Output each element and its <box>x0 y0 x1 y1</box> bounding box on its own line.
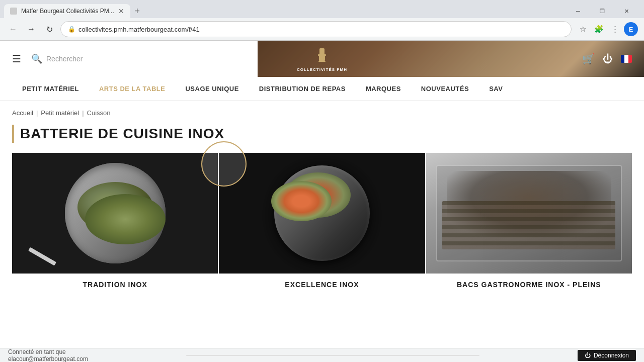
product-label-gastronorme: BACS GASTRONORME INOX - PLEINS <box>426 274 632 296</box>
close-button[interactable]: ✕ <box>615 4 638 19</box>
browser-actions: ☆ 🧩 ⋮ E <box>576 22 638 36</box>
lock-icon: 🔒 <box>68 26 75 33</box>
svg-rect-1 <box>318 54 326 56</box>
product-image-excellence <box>219 153 425 274</box>
main-content: Accueil | Petit matériel | Cuisson BATTE… <box>0 101 644 296</box>
site-header: ☰ 🔍 Rechercher COLLECTIVITÉS PMH 🛒 ⏻ <box>0 41 644 101</box>
page-title-area: BATTERIE DE CUISINE INOX <box>0 121 644 153</box>
site-content: ☰ 🔍 Rechercher COLLECTIVITÉS PMH 🛒 ⏻ <box>0 41 644 362</box>
product-label-excellence: EXCELLENCE INOX <box>219 274 425 296</box>
minimize-button[interactable]: ─ <box>567 4 590 19</box>
tab-close-button[interactable]: ✕ <box>118 7 124 15</box>
connection-status: Connecté en tant que elacour@matferbourg… <box>8 348 88 363</box>
profile-button[interactable]: E <box>624 22 638 36</box>
more-button[interactable]: ⋮ <box>608 22 622 36</box>
logo-area: COLLECTIVITÉS PMH <box>297 46 347 72</box>
nav-item-sav[interactable]: SAV <box>479 77 513 101</box>
nav-item-nouveautes[interactable]: NOUVEAUTÉS <box>411 77 479 101</box>
url-text: collectivites.pmh.matferbourgeat.com/f/4… <box>78 26 200 33</box>
logout-button[interactable]: ⏻ Déconnexion <box>578 350 636 361</box>
search-area[interactable]: 🔍 Rechercher <box>31 53 83 64</box>
svg-rect-0 <box>319 48 325 55</box>
nav-item-petit-materiel[interactable]: PETIT MATÉRIEL <box>12 77 89 101</box>
search-icon: 🔍 <box>31 53 42 64</box>
logo-svg <box>312 46 332 66</box>
address-bar-area: ← → ↻ 🔒 collectivites.pmh.matferbourgeat… <box>0 18 644 40</box>
language-flag[interactable] <box>621 55 632 63</box>
nav-item-arts-de-la-table[interactable]: ARTS DE LA TABLE <box>89 77 176 101</box>
svg-rect-2 <box>319 56 325 61</box>
tab-bar: Matfer Bourgeat Collectivités PM... ✕ + … <box>0 0 644 18</box>
site-nav: PETIT MATÉRIEL ARTS DE LA TABLE USAGE UN… <box>0 77 644 101</box>
cart-icon[interactable]: 🛒 <box>582 53 595 65</box>
active-tab[interactable]: Matfer Bourgeat Collectivités PM... ✕ <box>4 4 130 18</box>
nav-item-usage-unique[interactable]: USAGE UNIQUE <box>175 77 249 101</box>
tab-favicon <box>10 8 17 15</box>
breadcrumb-petit-materiel[interactable]: Petit matériel <box>41 109 79 117</box>
status-bar: Connecté en tant que elacour@matferbourg… <box>0 348 644 362</box>
hamburger-menu-icon[interactable]: ☰ <box>12 53 21 65</box>
header-icons: 🛒 ⏻ <box>582 53 632 65</box>
product-image-gastronorme <box>426 153 632 274</box>
address-bar[interactable]: 🔒 collectivites.pmh.matferbourgeat.com/f… <box>60 21 572 37</box>
page-title: BATTERIE DE CUISINE INOX <box>20 126 224 142</box>
breadcrumb-current: Cuisson <box>87 109 111 117</box>
user-email: elacour@matferbourgeat.com <box>8 355 88 363</box>
nav-item-marques[interactable]: MARQUES <box>356 77 411 101</box>
title-accent-bar <box>12 125 14 143</box>
connected-label: Connecté en tant que <box>8 348 66 355</box>
tab-title: Matfer Bourgeat Collectivités PM... <box>21 8 114 15</box>
product-image-tradition <box>12 153 218 274</box>
user-icon[interactable]: ⏻ <box>603 53 613 65</box>
product-card-gastronorme[interactable]: BACS GASTRONORME INOX - PLEINS <box>426 153 632 296</box>
forward-button[interactable]: → <box>24 22 38 36</box>
product-card-excellence[interactable]: EXCELLENCE INOX <box>219 153 425 296</box>
logo-text: COLLECTIVITÉS PMH <box>297 67 347 72</box>
product-grid: TRADITION INOX EXCELLENCE INOX <box>0 153 644 296</box>
bookmark-star-button[interactable]: ☆ <box>576 22 590 36</box>
product-label-tradition: TRADITION INOX <box>12 274 218 296</box>
extensions-button[interactable]: 🧩 <box>592 22 606 36</box>
power-icon: ⏻ <box>585 352 591 359</box>
window-controls: ─ ❐ ✕ <box>567 4 640 19</box>
browser-chrome: Matfer Bourgeat Collectivités PM... ✕ + … <box>0 0 644 41</box>
product-card-tradition[interactable]: TRADITION INOX <box>12 153 218 296</box>
search-placeholder: Rechercher <box>46 55 83 63</box>
breadcrumb-accueil[interactable]: Accueil <box>12 109 33 117</box>
reload-button[interactable]: ↻ <box>42 22 56 36</box>
header-top: ☰ 🔍 Rechercher COLLECTIVITÉS PMH 🛒 ⏻ <box>0 41 644 77</box>
svg-rect-3 <box>318 61 326 62</box>
breadcrumb: Accueil | Petit matériel | Cuisson <box>0 101 644 121</box>
back-button[interactable]: ← <box>6 22 20 36</box>
restore-button[interactable]: ❐ <box>591 4 614 19</box>
new-tab-button[interactable]: + <box>130 4 144 18</box>
nav-item-distribution-de-repas[interactable]: DISTRIBUTION DE REPAS <box>249 77 356 101</box>
